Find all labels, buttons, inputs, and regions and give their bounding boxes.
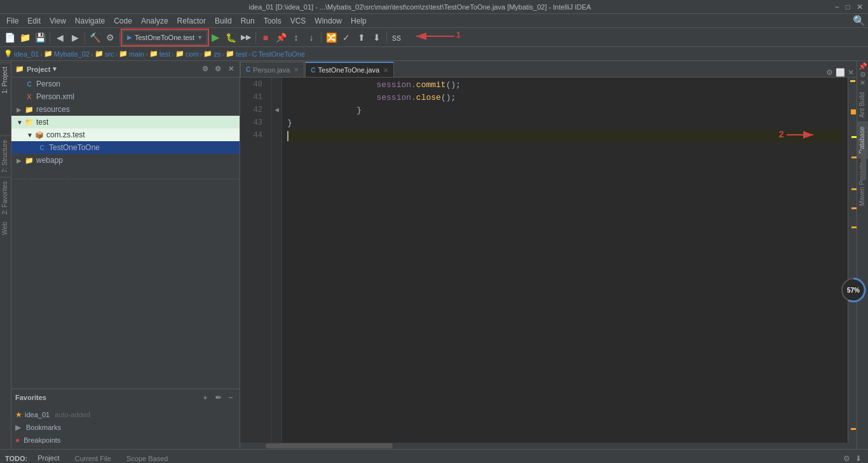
menu-code[interactable]: Code: [110, 15, 136, 27]
toolbar-new-btn[interactable]: 📄: [3, 31, 17, 45]
menu-refactor[interactable]: Refactor: [173, 15, 210, 27]
editor-expand-btn[interactable]: ⬜: [836, 68, 845, 77]
breadcrumb-item-7[interactable]: test: [236, 50, 247, 58]
project-panel-actions: ⚙ ⚙ ✕: [200, 64, 236, 74]
side-tab-structure[interactable]: 7: Structure: [0, 135, 11, 177]
close-btn[interactable]: ✕: [857, 3, 863, 11]
breadcrumb-item-2[interactable]: src: [105, 50, 114, 58]
toolbar-stop-btn[interactable]: ■: [259, 31, 273, 45]
tree-item-person-java[interactable]: C Person: [11, 78, 240, 90]
title-bar-controls: − □ ✕: [835, 3, 863, 11]
code-line-41: session.close();: [287, 92, 843, 104]
breadcrumb-folder-icon-2: 📁: [95, 50, 104, 58]
tree-bottom-spacer: [11, 167, 240, 179]
project-settings-btn[interactable]: ⚙: [200, 64, 210, 74]
todo-download-btn[interactable]: ⬇: [854, 453, 863, 464]
toolbar-push-btn[interactable]: ⬆: [355, 31, 369, 45]
breadcrumb-item-4[interactable]: test: [159, 50, 171, 58]
menu-run[interactable]: Run: [237, 15, 259, 27]
right-top-pin-btn[interactable]: 📌: [858, 62, 867, 71]
debug-btn[interactable]: 🐛: [224, 31, 238, 45]
menu-vcs[interactable]: VCS: [287, 15, 310, 27]
tree-item-person-xml[interactable]: X Person.xml: [11, 90, 240, 103]
person-java-tab-close[interactable]: ✕: [294, 66, 299, 73]
menu-navigate[interactable]: Navigate: [71, 15, 109, 27]
menu-analyze[interactable]: Analyze: [137, 15, 172, 27]
tree-item-resources[interactable]: ▶ 📁 resources: [11, 103, 240, 116]
project-chevron[interactable]: ▾: [53, 65, 57, 73]
menu-file[interactable]: File: [3, 15, 22, 27]
side-tab-web[interactable]: Web: [0, 218, 11, 238]
breadcrumb-item-8[interactable]: TestOneToOne: [259, 50, 305, 58]
tree-label-person-xml: Person.xml: [36, 92, 74, 101]
breadcrumb-item-1[interactable]: Mybatis_02: [54, 50, 90, 58]
v-scroll-thumb[interactable]: [861, 149, 866, 181]
side-tab-favorites[interactable]: 2: Favorites: [0, 177, 11, 218]
toolbar-save-btn[interactable]: 💾: [33, 31, 47, 45]
tree-item-test[interactable]: ▼ 📁 test: [11, 116, 240, 128]
toolbar-build2-btn[interactable]: ⚙: [103, 31, 117, 45]
menu-edit[interactable]: Edit: [24, 15, 44, 27]
tab-testonetoone-java[interactable]: C TestOneToOne.java ✕: [305, 62, 394, 77]
toolbar-commit-btn[interactable]: ✓: [339, 31, 353, 45]
todo-tab-project[interactable]: Project: [32, 452, 64, 464]
v-scrollbar[interactable]: [859, 136, 868, 303]
favorites-item-bookmarks[interactable]: ▶ Bookmarks: [15, 421, 236, 434]
breadcrumb-item-0[interactable]: idea_01: [14, 50, 39, 58]
project-tree: C Person X Person.xml ▶ 📁 resources ▼ 📁 …: [11, 78, 240, 389]
breadcrumb-item-3[interactable]: main: [129, 50, 144, 58]
right-tab-ant-build[interactable]: Ant Build: [857, 88, 868, 122]
menu-view[interactable]: View: [46, 15, 70, 27]
favorites-add-btn[interactable]: +: [200, 392, 210, 403]
breadcrumb-item-6[interactable]: zs: [214, 50, 220, 58]
favorites-remove-btn[interactable]: −: [226, 392, 236, 403]
toolbar-pin-btn[interactable]: 📌: [274, 31, 288, 45]
menu-tools[interactable]: Tools: [260, 15, 285, 27]
favorites-item-idea01[interactable]: ★ idea_01 auto-added: [15, 408, 236, 421]
toolbar-back-btn[interactable]: ◀: [53, 31, 67, 45]
tree-item-webapp[interactable]: ▶ 📁 webapp: [11, 154, 240, 167]
toolbar-forward-btn[interactable]: ▶: [68, 31, 82, 45]
gutter-marker-bottom: [851, 428, 856, 430]
code-content[interactable]: session.commit(); session.close(); } }: [282, 78, 848, 443]
right-side-panel: 📌 ⚙ ✕ Ant Build Database Maven Projects …: [857, 61, 868, 449]
editor-close-btn[interactable]: ✕: [848, 68, 854, 77]
run-btn[interactable]: ▶: [208, 31, 222, 45]
breadcrumb-folder-icon-4: 📁: [149, 50, 158, 58]
todo-settings-btn[interactable]: ⚙: [842, 453, 851, 464]
tree-item-testonetone[interactable]: C TestOneToOne: [11, 141, 240, 154]
toolbar-settings-btn[interactable]: ss: [390, 31, 403, 45]
menu-build[interactable]: Build: [211, 15, 236, 27]
menu-help[interactable]: Help: [347, 15, 370, 27]
right-top-close-btn[interactable]: ✕: [860, 79, 865, 87]
todo-tab-current-file[interactable]: Current File: [70, 452, 116, 464]
editor-settings-btn[interactable]: ⚙: [826, 68, 833, 77]
maximize-btn[interactable]: □: [846, 3, 850, 11]
run-config-dropdown[interactable]: ▶ TestOneToOne.test ▼: [123, 31, 207, 45]
annotation-1-label: 1: [456, 30, 461, 39]
tab-person-java[interactable]: C Person.java ✕: [240, 62, 304, 77]
project-close-btn[interactable]: ✕: [226, 64, 236, 74]
menu-window[interactable]: Window: [311, 15, 346, 27]
h-scrollbar[interactable]: [240, 443, 857, 449]
toolbar-build-btn[interactable]: 🔨: [88, 31, 102, 45]
right-top-settings-btn[interactable]: ⚙: [860, 71, 866, 79]
h-scroll-thumb[interactable]: [266, 443, 393, 448]
favorites-item-breakpoints[interactable]: ● Breakpoints: [15, 434, 236, 446]
toolbar-vcs-btn[interactable]: 🔀: [324, 31, 338, 45]
todo-tab-scope-based[interactable]: Scope Based: [121, 452, 173, 464]
toolbar-open-btn[interactable]: 📁: [18, 31, 32, 45]
search-everywhere-btn[interactable]: 🔍: [853, 15, 865, 27]
toolbar-run-coverage-btn[interactable]: ▶▶: [239, 31, 253, 45]
toolbar-step-btn[interactable]: ↕: [289, 31, 303, 45]
side-tab-project[interactable]: 1: Project: [0, 62, 11, 97]
favorites-header: Favorites + ✏ −: [11, 389, 240, 406]
toolbar-update-btn[interactable]: ⬇: [370, 31, 384, 45]
breadcrumb-item-5[interactable]: com: [186, 50, 199, 58]
project-gear-btn[interactable]: ⚙: [213, 64, 223, 74]
testonetoone-java-tab-close[interactable]: ✕: [383, 67, 388, 74]
favorites-edit-btn[interactable]: ✏: [213, 392, 223, 403]
minimize-btn[interactable]: −: [835, 3, 839, 11]
tree-item-com-zs-test[interactable]: ▼ 📦 com.zs.test: [11, 128, 240, 141]
toolbar-step2-btn[interactable]: ↓: [304, 31, 318, 45]
